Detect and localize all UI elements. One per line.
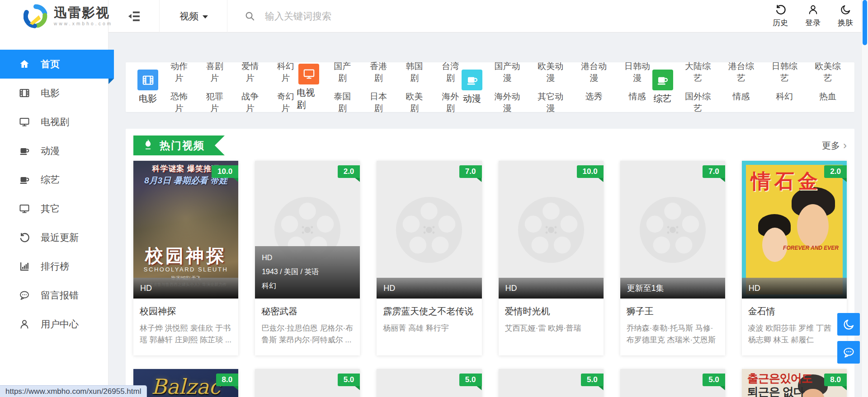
sidebar-item-home[interactable]: 首页 (0, 50, 114, 79)
filter-group-variety: 综艺大陆综艺港台综艺日韩综艺欧美综艺国外综艺情感科幻热血 (652, 61, 843, 114)
filter-link[interactable]: 国产剧 (331, 61, 354, 84)
filter-link[interactable]: 日韩综艺 (769, 61, 799, 84)
video-card[interactable]: 2.0HD1943 / 美国 / 英语科幻秘密武器巴兹尔·拉思伯恩 尼格尔·布鲁… (255, 161, 360, 355)
filter-link[interactable]: 欧美综艺 (813, 61, 843, 84)
topbar-actions: 历史 登录 换肤 (770, 4, 855, 28)
topbar-action-label: 换肤 (838, 18, 853, 28)
filter-link[interactable]: 情感 (623, 91, 652, 114)
filter-link[interactable]: 欧美剧 (403, 91, 426, 114)
scrollbar[interactable] (861, 0, 868, 397)
filter-link[interactable]: 国外综艺 (683, 91, 713, 114)
feedback-float-button[interactable] (837, 341, 860, 364)
logo[interactable]: 迅雷影视 www.xmbho.com (0, 0, 108, 33)
filter-link[interactable]: 科幻片 (275, 61, 297, 84)
poster-image: 5.0 (377, 369, 481, 397)
video-actors: 杨丽菁 高雄 释行宇 (383, 322, 475, 346)
tv-icon (19, 203, 30, 214)
search-type-label: 视频 (179, 10, 198, 23)
sidebar-item-ranking[interactable]: 排行榜 (0, 252, 108, 281)
video-actors: 巴兹尔·拉思伯恩 尼格尔·布鲁斯 莱昂内尔·阿特威尔 ... (261, 322, 354, 346)
sidebar-toggle-button[interactable] (127, 9, 145, 24)
sidebar-item-variety[interactable]: 综艺 (0, 165, 108, 194)
filter-link[interactable]: 喜剧片 (204, 61, 226, 84)
filter-link[interactable]: 恐怖片 (168, 91, 190, 114)
filter-link[interactable]: 动作片 (168, 61, 190, 84)
moon-icon (843, 318, 855, 331)
filter-link[interactable]: 海外动漫 (492, 91, 522, 114)
search-input[interactable] (264, 10, 458, 22)
more-link[interactable]: 更多 › (822, 140, 847, 152)
filter-link[interactable]: 韩国剧 (403, 61, 426, 84)
sidebar-item-anime[interactable]: 动漫 (0, 136, 108, 165)
search-icon (245, 11, 255, 21)
video-card[interactable]: 5.0 (499, 369, 604, 397)
video-card[interactable]: 7.0HD霹雳蓝天使之不老传说杨丽菁 高雄 释行宇 (377, 161, 481, 355)
video-card[interactable]: 5.0 (620, 369, 725, 397)
poster-image: 7.0HD (377, 161, 481, 299)
scrollbar-thumb[interactable] (863, 0, 867, 45)
video-card[interactable]: 7.0更新至1集狮子王乔纳森·泰勒·托马斯 马修·布罗德里克 杰瑞米·艾恩斯 (620, 161, 725, 355)
filter-link[interactable]: 港台综艺 (726, 61, 756, 84)
filter-link[interactable]: 其它动漫 (536, 91, 566, 114)
sidebar-item-user-center[interactable]: 用户中心 (0, 310, 108, 339)
logo-title: 迅雷影视 (54, 6, 113, 19)
video-card[interactable]: 5.0 (255, 369, 360, 397)
video-card[interactable]: 科学谜案 爆笑推理8月3日 暑期必看 带娃校园神探SCHOOLYARD SLEU… (133, 161, 238, 355)
sidebar-item-movies[interactable]: 电影 (0, 79, 108, 107)
video-title: 秘密武器 (261, 305, 354, 318)
video-card[interactable]: 5.0 (377, 369, 481, 397)
sidebar-item-label: 最近更新 (41, 231, 79, 244)
filter-link[interactable]: 日韩动漫 (623, 61, 652, 84)
divider (227, 0, 227, 33)
filter-links: 国产动漫欧美动漫港台动漫日韩动漫海外动漫其它动漫选秀情感 (492, 61, 652, 114)
filter-link[interactable]: 爱情片 (239, 61, 261, 84)
filter-link[interactable]: 台湾剧 (439, 61, 462, 84)
night-mode-button[interactable] (837, 313, 860, 336)
sidebar-item-recent[interactable]: 最近更新 (0, 223, 108, 252)
filter-group-anime: 动漫国产动漫欧美动漫港台动漫日韩动漫海外动漫其它动漫选秀情感 (462, 61, 652, 114)
logo-swirl-icon (24, 4, 48, 28)
flame-icon (143, 138, 153, 153)
filter-link[interactable]: 科幻 (769, 91, 799, 114)
video-card[interactable]: 10.0HD爱情时光机艾西瓦娅·雷 欧姆·普瑞 (499, 161, 604, 355)
quality-bar: HD (133, 278, 238, 299)
filter-link[interactable]: 选秀 (579, 91, 609, 114)
filter-link[interactable]: 热血 (813, 91, 843, 114)
filter-link[interactable]: 国产动漫 (492, 61, 522, 84)
video-card[interactable]: 情石金FOREVER AND EVER2.0HD金石情凌波 欧阳莎菲 罗维 丁茜… (742, 161, 847, 355)
filter-link[interactable]: 大陆综艺 (683, 61, 713, 84)
hover-info-line: HD (262, 251, 353, 265)
status-url-tooltip: https://www.xmbho.com/xun/26955.html (0, 385, 147, 397)
filter-link[interactable]: 日本剧 (367, 91, 390, 114)
filter-link[interactable]: 泰国剧 (331, 91, 354, 114)
topbar-action-skin[interactable]: 换肤 (835, 4, 855, 28)
chart-icon (19, 261, 30, 272)
topbar-action-history[interactable]: 历史 (770, 4, 790, 28)
filter-link[interactable]: 战争片 (239, 91, 261, 114)
topbar-action-login[interactable]: 登录 (803, 4, 823, 28)
video-card[interactable]: 출근은있어도퇴근은 없다수습사원도사표를 써야하나요?8.0 (742, 369, 847, 397)
caret-down-icon (203, 15, 208, 19)
search-type-dropdown[interactable]: 视频 (179, 10, 208, 23)
collapse-icon (127, 9, 142, 23)
sidebar-item-label: 排行榜 (41, 260, 69, 273)
sidebar-item-tv[interactable]: 电视剧 (0, 107, 108, 136)
sidebar-item-label: 综艺 (41, 173, 60, 186)
filter-link[interactable]: 奇幻片 (275, 91, 297, 114)
sidebar-item-feedback[interactable]: 留言报错 (0, 281, 108, 310)
sidebar-item-other[interactable]: 其它 (0, 194, 108, 223)
video-card[interactable]: BalzacA Life of Passion8.0 (133, 369, 238, 397)
filter-link[interactable]: 港台动漫 (579, 61, 609, 84)
home-icon (19, 59, 30, 70)
filter-group-icon (298, 64, 319, 84)
logo-text: 迅雷影视 www.xmbho.com (54, 6, 113, 26)
reel-icon (393, 194, 465, 266)
quality-label: 更新至1集 (627, 283, 664, 294)
filter-link[interactable]: 香港剧 (367, 61, 390, 84)
filter-link[interactable]: 海外剧 (439, 91, 462, 114)
filter-link[interactable]: 欧美动漫 (536, 61, 566, 84)
filter-link[interactable]: 犯罪片 (204, 91, 226, 114)
poster-image: 출근은있어도퇴근은 없다수습사원도사표를 써야하나요?8.0 (742, 369, 847, 397)
poster-image: BalzacA Life of Passion8.0 (133, 369, 238, 397)
filter-link[interactable]: 情感 (726, 91, 756, 114)
